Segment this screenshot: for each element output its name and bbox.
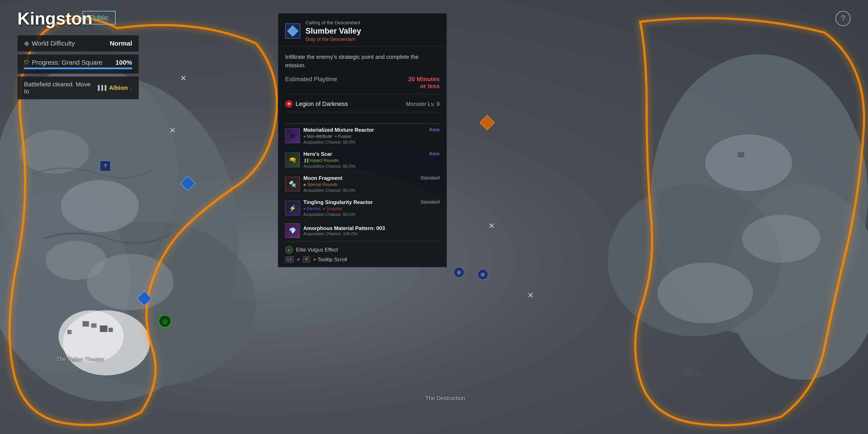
svg-rect-16 bbox=[83, 321, 89, 327]
loot-item: 🔫Hero's ScarRare▐▐Impact RoundsAcquisiti… bbox=[285, 148, 440, 172]
svg-rect-17 bbox=[91, 323, 97, 328]
playtime-row: Estimated Playtime 20 Minutesor less bbox=[285, 76, 440, 94]
mission-info-panel: Calling of the Descendant Slumber Valley… bbox=[278, 13, 447, 267]
svg-rect-21 bbox=[684, 369, 692, 376]
progress-box: 🛡 Progress: Grand Square 100% bbox=[18, 54, 139, 74]
location-label-fallen-theater: The Fallen Theater bbox=[56, 356, 104, 363]
left-panel: Kingston Public ⊕ World Difficulty Norma… bbox=[18, 9, 139, 102]
diamond-icon bbox=[287, 26, 299, 37]
loot-name: Hero's Scar bbox=[303, 151, 332, 157]
loot-chance: Acquisition Chance: 50.0% bbox=[303, 212, 440, 217]
loot-item: 🔩Moon FragmentStandard◆Special RoundsAcq… bbox=[285, 172, 440, 196]
svg-point-14 bbox=[742, 215, 820, 262]
playtime-value: 20 Minutesor less bbox=[408, 76, 440, 90]
tooltip-scroll-label: + Tooltip Scroll bbox=[313, 256, 347, 262]
loot-chance: Acquisition Chance: 100.0% bbox=[303, 231, 440, 236]
mission-title: Slumber Valley bbox=[306, 27, 361, 36]
panel-body: Infiltrate the enemy's strategic point a… bbox=[278, 46, 446, 123]
svg-point-13 bbox=[705, 134, 792, 191]
duty-label: Duty of the Descendant bbox=[306, 36, 361, 42]
progress-label: Progress: Grand Square bbox=[32, 59, 102, 66]
svg-point-9 bbox=[59, 310, 124, 362]
calling-label: Calling of the Descendant bbox=[306, 20, 361, 26]
map-marker-cross-1[interactable]: ✕ bbox=[180, 74, 187, 83]
svg-point-4 bbox=[61, 180, 139, 232]
map-marker-blue-square-2[interactable] bbox=[139, 293, 150, 304]
svg-rect-19 bbox=[100, 326, 107, 332]
elite-vulgus-label: Elite Vulgus Effect bbox=[296, 247, 338, 253]
panel-footer: ▲ Elite Vulgus Effect L3 + R + Tooltip S… bbox=[278, 241, 446, 267]
loot-icon-2: 🔩 bbox=[285, 177, 300, 191]
svg-rect-18 bbox=[67, 330, 72, 334]
world-difficulty-box: ⊕ World Difficulty Normal bbox=[18, 35, 139, 52]
world-difficulty-label: World Difficulty bbox=[32, 40, 75, 47]
public-button[interactable]: Public bbox=[83, 11, 116, 25]
world-difficulty-value: Normal bbox=[110, 40, 132, 47]
loot-item: ⚙Materialized Mixture ReactorRare●Non-At… bbox=[285, 124, 440, 148]
map-marker-crosshair-blue-1[interactable]: ⊕ bbox=[454, 267, 464, 278]
help-button[interactable]: ? bbox=[835, 11, 850, 26]
svg-point-15 bbox=[657, 262, 753, 323]
elite-vulgus-item: ▲ Elite Vulgus Effect bbox=[285, 246, 440, 254]
monster-level: Monster Lv. 9 bbox=[406, 101, 440, 107]
svg-point-7 bbox=[20, 130, 89, 174]
albion-bars-icon: ▐▐▐ bbox=[96, 85, 106, 91]
loot-chance: Acquisition Chance: 50.0% bbox=[303, 140, 440, 145]
tooltip-scroll-item: L3 + R + Tooltip Scroll bbox=[285, 256, 440, 262]
loot-icon-4: 💎 bbox=[285, 223, 300, 238]
loot-chance: Acquisition Chance: 50.0% bbox=[303, 164, 440, 169]
loot-list: ⚙Materialized Mixture ReactorRare●Non-At… bbox=[278, 124, 446, 241]
map-marker-crosshair-blue-2[interactable]: ⊕ bbox=[477, 269, 488, 280]
progress-icon: 🛡 bbox=[24, 59, 29, 65]
loot-rarity: Standard bbox=[420, 175, 440, 181]
progress-value: 100% bbox=[116, 59, 132, 66]
mission-icon bbox=[285, 24, 300, 39]
loot-name: Materialized Mixture Reactor bbox=[303, 127, 374, 133]
loot-chance: Acquisition Chance: 50.0% bbox=[303, 188, 440, 193]
map-marker-cross-right-2[interactable]: ✕ bbox=[527, 291, 534, 300]
enemy-row: ✦ Legion of Darkness Monster Lv. 9 bbox=[285, 100, 440, 112]
world-difficulty-icon: ⊕ bbox=[24, 40, 29, 47]
location-label-destruction: The Destruction bbox=[425, 395, 465, 402]
loot-name: Moon Fragment bbox=[303, 175, 342, 181]
battlefield-msg-text: Battlefield cleared. Move to bbox=[24, 81, 94, 95]
svg-rect-23 bbox=[738, 152, 744, 157]
map-marker-green-circle[interactable]: ◎ bbox=[158, 315, 172, 328]
loot-name: Tingling Singularity Reactor bbox=[303, 199, 373, 205]
playtime-label: Estimated Playtime bbox=[285, 76, 337, 83]
loot-name: Amorphous Material Pattern: 003 bbox=[303, 225, 385, 231]
mission-description: Infiltrate the enemy's strategic point a… bbox=[285, 53, 440, 70]
loot-item: 💎Amorphous Material Pattern: 003Acquisit… bbox=[285, 220, 440, 241]
plus-sign: + bbox=[297, 256, 300, 262]
kb-icon-r: R bbox=[303, 256, 310, 262]
progress-bar-fill bbox=[24, 67, 132, 69]
elite-vulgus-icon: ▲ bbox=[285, 246, 293, 254]
kb-icon-l3: L3 bbox=[285, 256, 294, 262]
panel-header: Calling of the Descendant Slumber Valley… bbox=[278, 13, 446, 46]
loot-icon-0: ⚙ bbox=[285, 128, 300, 143]
map-marker-question[interactable]: ? bbox=[100, 161, 111, 172]
loot-rarity: Rare bbox=[429, 127, 440, 132]
map-marker-cross-right-1[interactable]: ✕ bbox=[488, 221, 495, 230]
progress-bar-bg bbox=[24, 67, 132, 69]
enemy-icon: ✦ bbox=[285, 100, 292, 107]
map-marker-blue-square-1[interactable] bbox=[182, 178, 193, 189]
map-marker-orange-diamond[interactable] bbox=[482, 117, 493, 128]
loot-icon-3: ⚡ bbox=[285, 201, 300, 215]
enemy-label-text: Legion of Darkness bbox=[296, 100, 348, 107]
loot-icon-1: 🔫 bbox=[285, 153, 300, 167]
battlefield-msg-box: Battlefield cleared. Move to ▐▐▐ Albion … bbox=[18, 76, 139, 99]
svg-rect-22 bbox=[694, 371, 701, 376]
map-marker-cross-2[interactable]: ✕ bbox=[169, 126, 176, 135]
region-title: Kingston bbox=[18, 9, 139, 29]
loot-rarity: Rare bbox=[429, 151, 440, 157]
albion-link[interactable]: Albion bbox=[109, 85, 128, 91]
loot-rarity: Standard bbox=[420, 199, 440, 205]
loot-item: ⚡Tingling Singularity ReactorStandard●El… bbox=[285, 196, 440, 220]
svg-rect-20 bbox=[108, 328, 113, 332]
